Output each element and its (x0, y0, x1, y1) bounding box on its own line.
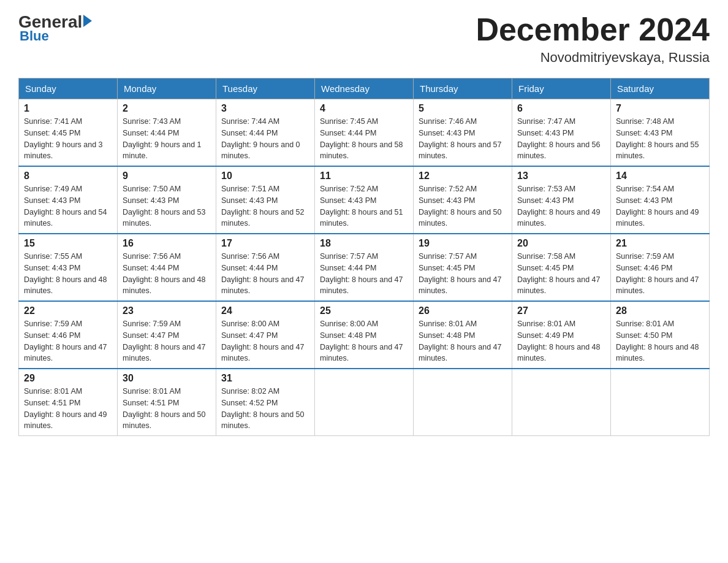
day-number: 12 (419, 170, 507, 182)
day-info: Sunrise: 7:55 AMSunset: 4:43 PMDaylight:… (24, 251, 112, 297)
calendar-week-row: 22Sunrise: 7:59 AMSunset: 4:46 PMDayligh… (19, 301, 710, 369)
calendar-week-row: 8Sunrise: 7:49 AMSunset: 4:43 PMDaylight… (19, 166, 710, 234)
day-number: 29 (24, 373, 112, 384)
calendar-day-cell: 31Sunrise: 8:02 AMSunset: 4:52 PMDayligh… (216, 369, 315, 436)
day-number: 13 (517, 170, 605, 182)
day-info: Sunrise: 7:49 AMSunset: 4:43 PMDaylight:… (24, 183, 112, 229)
calendar-day-cell: 23Sunrise: 7:59 AMSunset: 4:47 PMDayligh… (118, 301, 216, 369)
calendar-day-cell: 7Sunrise: 7:48 AMSunset: 4:43 PMDaylight… (611, 99, 710, 167)
day-number: 7 (616, 103, 704, 114)
day-number: 18 (320, 238, 408, 249)
title-area: December 2024 Novodmitriyevskaya, Russia (476, 12, 710, 66)
day-number: 9 (123, 170, 211, 182)
day-info: Sunrise: 7:59 AMSunset: 4:47 PMDaylight:… (123, 318, 211, 364)
calendar-day-cell: 10Sunrise: 7:51 AMSunset: 4:43 PMDayligh… (216, 166, 315, 234)
day-info: Sunrise: 8:01 AMSunset: 4:51 PMDaylight:… (24, 386, 112, 432)
calendar-day-cell: 2Sunrise: 7:43 AMSunset: 4:44 PMDaylight… (118, 99, 216, 167)
day-info: Sunrise: 7:58 AMSunset: 4:45 PMDaylight:… (517, 251, 605, 297)
calendar-day-cell: 6Sunrise: 7:47 AMSunset: 4:43 PMDaylight… (512, 99, 611, 167)
calendar-day-cell: 14Sunrise: 7:54 AMSunset: 4:43 PMDayligh… (611, 166, 710, 234)
calendar-day-cell: 26Sunrise: 8:01 AMSunset: 4:48 PMDayligh… (414, 301, 512, 369)
calendar-table: SundayMondayTuesdayWednesdayThursdayFrid… (18, 78, 710, 436)
calendar-day-cell: 11Sunrise: 7:52 AMSunset: 4:43 PMDayligh… (315, 166, 414, 234)
page-header: General Blue December 2024 Novodmitriyev… (18, 12, 710, 66)
calendar-day-cell: 13Sunrise: 7:53 AMSunset: 4:43 PMDayligh… (512, 166, 611, 234)
day-number: 4 (320, 103, 408, 114)
calendar-day-cell: 25Sunrise: 8:00 AMSunset: 4:48 PMDayligh… (315, 301, 414, 369)
day-info: Sunrise: 8:00 AMSunset: 4:48 PMDaylight:… (320, 318, 408, 364)
day-number: 5 (419, 103, 507, 114)
day-info: Sunrise: 8:01 AMSunset: 4:48 PMDaylight:… (419, 318, 507, 364)
calendar-day-cell: 16Sunrise: 7:56 AMSunset: 4:44 PMDayligh… (118, 234, 216, 301)
calendar-day-cell: 19Sunrise: 7:57 AMSunset: 4:45 PMDayligh… (414, 234, 512, 301)
day-info: Sunrise: 7:47 AMSunset: 4:43 PMDaylight:… (517, 116, 605, 162)
calendar-day-cell: 24Sunrise: 8:00 AMSunset: 4:47 PMDayligh… (216, 301, 315, 369)
day-number: 22 (24, 305, 112, 316)
weekday-header-thursday: Thursday (414, 79, 512, 99)
day-number: 31 (221, 373, 309, 384)
calendar-day-cell (315, 369, 414, 436)
calendar-day-cell: 30Sunrise: 8:01 AMSunset: 4:51 PMDayligh… (118, 369, 216, 436)
day-info: Sunrise: 7:57 AMSunset: 4:44 PMDaylight:… (320, 251, 408, 297)
day-number: 2 (123, 103, 211, 114)
calendar-day-cell: 3Sunrise: 7:44 AMSunset: 4:44 PMDaylight… (216, 99, 315, 167)
calendar-day-cell: 8Sunrise: 7:49 AMSunset: 4:43 PMDaylight… (19, 166, 118, 234)
calendar-day-cell (414, 369, 512, 436)
day-info: Sunrise: 8:01 AMSunset: 4:49 PMDaylight:… (517, 318, 605, 364)
day-info: Sunrise: 7:50 AMSunset: 4:43 PMDaylight:… (123, 183, 211, 229)
day-number: 8 (24, 170, 112, 182)
day-number: 6 (517, 103, 605, 114)
calendar-day-cell (512, 369, 611, 436)
day-number: 14 (616, 170, 704, 182)
logo-blue-text: Blue (20, 28, 49, 44)
day-number: 30 (123, 373, 211, 384)
day-info: Sunrise: 7:54 AMSunset: 4:43 PMDaylight:… (616, 183, 704, 229)
calendar-day-cell: 27Sunrise: 8:01 AMSunset: 4:49 PMDayligh… (512, 301, 611, 369)
day-info: Sunrise: 7:56 AMSunset: 4:44 PMDaylight:… (123, 251, 211, 297)
logo-arrow-icon (83, 15, 92, 27)
weekday-header-monday: Monday (118, 79, 216, 99)
location-title: Novodmitriyevskaya, Russia (476, 50, 710, 66)
day-info: Sunrise: 7:59 AMSunset: 4:46 PMDaylight:… (24, 318, 112, 364)
weekday-header-row: SundayMondayTuesdayWednesdayThursdayFrid… (19, 79, 710, 99)
day-info: Sunrise: 7:48 AMSunset: 4:43 PMDaylight:… (616, 116, 704, 162)
day-info: Sunrise: 8:00 AMSunset: 4:47 PMDaylight:… (221, 318, 309, 364)
calendar-day-cell: 21Sunrise: 7:59 AMSunset: 4:46 PMDayligh… (611, 234, 710, 301)
day-number: 23 (123, 305, 211, 316)
calendar-day-cell: 18Sunrise: 7:57 AMSunset: 4:44 PMDayligh… (315, 234, 414, 301)
day-number: 15 (24, 238, 112, 249)
weekday-header-sunday: Sunday (19, 79, 118, 99)
calendar-day-cell: 15Sunrise: 7:55 AMSunset: 4:43 PMDayligh… (19, 234, 118, 301)
day-info: Sunrise: 7:57 AMSunset: 4:45 PMDaylight:… (419, 251, 507, 297)
day-info: Sunrise: 7:52 AMSunset: 4:43 PMDaylight:… (419, 183, 507, 229)
calendar-day-cell: 9Sunrise: 7:50 AMSunset: 4:43 PMDaylight… (118, 166, 216, 234)
calendar-day-cell: 28Sunrise: 8:01 AMSunset: 4:50 PMDayligh… (611, 301, 710, 369)
day-number: 19 (419, 238, 507, 249)
calendar-day-cell: 4Sunrise: 7:45 AMSunset: 4:44 PMDaylight… (315, 99, 414, 167)
weekday-header-saturday: Saturday (611, 79, 710, 99)
calendar-day-cell: 20Sunrise: 7:58 AMSunset: 4:45 PMDayligh… (512, 234, 611, 301)
day-number: 11 (320, 170, 408, 182)
calendar-day-cell: 22Sunrise: 7:59 AMSunset: 4:46 PMDayligh… (19, 301, 118, 369)
day-info: Sunrise: 7:56 AMSunset: 4:44 PMDaylight:… (221, 251, 309, 297)
day-info: Sunrise: 7:41 AMSunset: 4:45 PMDaylight:… (24, 116, 112, 162)
calendar-day-cell: 29Sunrise: 8:01 AMSunset: 4:51 PMDayligh… (19, 369, 118, 436)
weekday-header-wednesday: Wednesday (315, 79, 414, 99)
day-number: 21 (616, 238, 704, 249)
day-number: 25 (320, 305, 408, 316)
calendar-day-cell: 12Sunrise: 7:52 AMSunset: 4:43 PMDayligh… (414, 166, 512, 234)
weekday-header-tuesday: Tuesday (216, 79, 315, 99)
weekday-header-friday: Friday (512, 79, 611, 99)
day-info: Sunrise: 7:46 AMSunset: 4:43 PMDaylight:… (419, 116, 507, 162)
month-title: December 2024 (476, 12, 710, 47)
day-info: Sunrise: 8:01 AMSunset: 4:50 PMDaylight:… (616, 318, 704, 364)
calendar-week-row: 29Sunrise: 8:01 AMSunset: 4:51 PMDayligh… (19, 369, 710, 436)
day-info: Sunrise: 7:45 AMSunset: 4:44 PMDaylight:… (320, 116, 408, 162)
day-info: Sunrise: 8:02 AMSunset: 4:52 PMDaylight:… (221, 386, 309, 432)
day-number: 16 (123, 238, 211, 249)
calendar-week-row: 15Sunrise: 7:55 AMSunset: 4:43 PMDayligh… (19, 234, 710, 301)
day-number: 3 (221, 103, 309, 114)
day-number: 24 (221, 305, 309, 316)
day-number: 1 (24, 103, 112, 114)
day-info: Sunrise: 7:51 AMSunset: 4:43 PMDaylight:… (221, 183, 309, 229)
